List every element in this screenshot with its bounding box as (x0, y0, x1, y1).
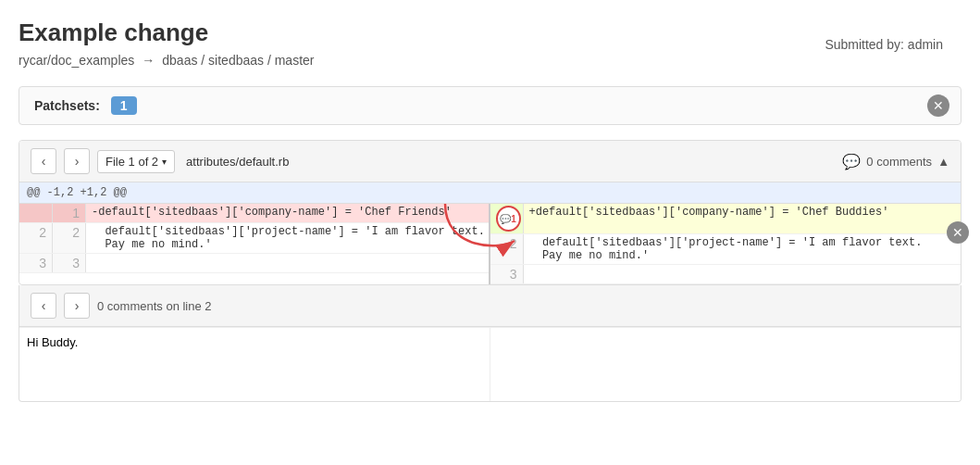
comments-toggle-button[interactable]: 💬 0 comments ▲ (842, 153, 949, 170)
left-line-num-empty-1 (19, 204, 53, 222)
right-line-content-2: default['sitedbaas']['project-name'] = '… (524, 234, 961, 264)
file-indicator[interactable]: File 1 of 2 ▾ (97, 150, 175, 173)
left-line-num-1: 1 (53, 204, 86, 222)
patchsets-close-button[interactable]: ✕ (927, 94, 949, 117)
comment-line-label: 0 comments on line 2 (97, 299, 212, 313)
left-line-num-2b: 2 (53, 223, 86, 253)
right-line-num-3: 3 (490, 265, 524, 283)
diff-right-row-2: 2 default['sitedbaas']['project-name'] =… (490, 234, 961, 265)
chevron-down-icon: ▾ (162, 157, 167, 167)
right-line-content-1: +default['sitedbaas']['company-name'] = … (524, 204, 961, 233)
breadcrumb-source: rycar/doc_examples (19, 53, 134, 68)
patchset-badge[interactable]: 1 (111, 96, 137, 115)
breadcrumb-arrow: → (142, 53, 155, 68)
diff-toolbar: ‹ › File 1 of 2 ▾ attributes/default.rb … (19, 141, 961, 182)
chevron-up-icon: ▲ (937, 155, 949, 169)
diff-next-button[interactable]: › (64, 148, 90, 174)
diff-right-row-3: 3 (490, 265, 961, 284)
left-line-num-2a: 2 (19, 223, 53, 253)
split-diff-view: 1 -default['sitedbaas']['company-name'] … (19, 204, 961, 284)
right-line-num-1: 💬1 (490, 204, 524, 233)
file-indicator-text: File 1 of 2 (105, 155, 158, 169)
breadcrumb: rycar/doc_examples → dbaas / sitedbaas /… (19, 53, 961, 68)
comment-prev-button[interactable]: ‹ (31, 293, 56, 319)
left-line-num-3b: 3 (53, 254, 86, 272)
right-line-num-2: 2 (490, 234, 524, 264)
page-title: Example change (19, 19, 961, 47)
file-name: attributes/default.rb (186, 155, 289, 169)
left-line-content-1: -default['sitedbaas']['company-name'] = … (86, 204, 489, 222)
diff-right-panel: 💬1 +default['sitedbaas']['company-name']… (490, 204, 961, 284)
patchsets-bar: Patchsets: 1 ✕ (19, 86, 961, 125)
patchsets-label: Patchsets: (34, 98, 100, 113)
comment-preview-area (490, 328, 961, 401)
diff-right-row-1: 💬1 +default['sitedbaas']['company-name']… (490, 204, 961, 234)
comment-editor: Hi Buddy. (19, 327, 961, 401)
left-line-content-2: default['sitedbaas']['project-name'] = '… (86, 223, 490, 253)
comment-section: ‹ › 0 comments on line 2 ✕ Hi Buddy. (19, 285, 961, 402)
comment-bubble-button[interactable]: 💬1 (496, 206, 521, 232)
comment-icon: 💬 (842, 153, 861, 170)
diff-left-row-3: 3 3 (19, 254, 489, 273)
diff-left-panel: 1 -default['sitedbaas']['company-name'] … (19, 204, 490, 284)
right-line-content-3 (524, 265, 961, 283)
left-line-num-3a: 3 (19, 254, 53, 272)
comment-input[interactable]: Hi Buddy. (27, 335, 482, 391)
comment-toolbar: ‹ › 0 comments on line 2 ✕ (19, 285, 961, 327)
diff-left-row-1: 1 -default['sitedbaas']['company-name'] … (19, 204, 489, 223)
close-icon: ✕ (933, 98, 944, 113)
breadcrumb-destination: dbaas / sitedbaas / master (162, 53, 314, 68)
comments-count-label: 0 comments (866, 155, 932, 169)
submitted-by: Submitted by: admin (825, 37, 943, 52)
diff-container: ‹ › File 1 of 2 ▾ attributes/default.rb … (19, 140, 961, 285)
diff-header-line: @@ -1,2 +1,2 @@ (19, 182, 961, 204)
diff-prev-button[interactable]: ‹ (31, 148, 56, 174)
comment-count: 1 (511, 214, 516, 224)
diff-left-row-2: 2 2 default['sitedbaas']['project-name']… (19, 223, 489, 254)
comment-next-button[interactable]: › (64, 293, 90, 319)
left-line-content-3 (86, 254, 489, 272)
comment-input-area: Hi Buddy. (19, 328, 490, 401)
